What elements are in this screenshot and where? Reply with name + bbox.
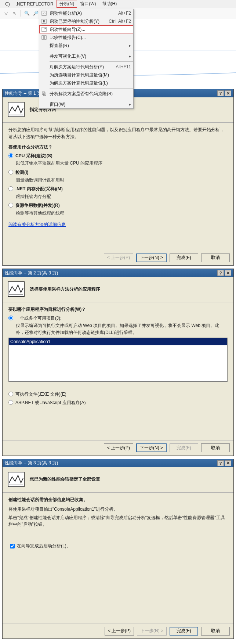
radio-input[interactable]: [8, 203, 13, 208]
radio-input[interactable]: [8, 400, 13, 405]
mi-label: 对解决方案运行代码分析(Y): [50, 64, 112, 70]
wizard-titlebar: 性能向导 -- 第 3 页(共 3 页) ? ✕: [3, 459, 233, 467]
menu-netreflector[interactable]: .NET REFLECTOR: [13, 1, 57, 7]
next-button[interactable]: 下一步(N) >: [136, 253, 167, 262]
close-button[interactable]: ✕: [225, 460, 231, 466]
wizard-body: 创建性能会话所需的全部信息均已收集。 将使用采样对项目输出"ConsoleApp…: [3, 496, 233, 623]
wizard-title: 性能向导 -- 第 2 页(共 3 页): [5, 270, 217, 276]
cancel-button[interactable]: 取消: [201, 627, 230, 636]
prev-button: < 上一步(P): [104, 253, 133, 262]
mi-profiler[interactable]: 探查器(R) ▸: [39, 42, 133, 50]
svg-rect-6: [42, 36, 44, 39]
filter-icon[interactable]: ▽: [2, 10, 10, 17]
mi-metrics-solution[interactable]: 为解决方案计算代码度量值(L): [39, 79, 133, 87]
radio-input[interactable]: [8, 316, 13, 320]
radio-input[interactable]: [8, 186, 13, 191]
mi-label: 启动性能向导(Z)...: [50, 26, 131, 33]
radio-desc: 仅显示编译为可执行文件或可启动 Web 项目的项目。如果选择了并发可视化，将不会…: [16, 322, 228, 336]
checkbox-input[interactable]: [10, 544, 15, 548]
wizard-page-1: 性能向导 -- 第 1 页(共 3 页) ? ✕ 指定分析方法 分析您的应用程序…: [2, 89, 234, 266]
wizard-footer: < 上一步(P) 下一步(N) > 完成(F) 取消: [3, 250, 233, 265]
radio-label: 一个或多个可用项目(J):: [15, 315, 61, 322]
menubar: C) .NET REFLECTOR 分析(N) 窗口(W) 帮助(H) 启动性能…: [0, 0, 236, 8]
toolbar-separator: [21, 10, 21, 17]
mi-code-clones[interactable]: 分析解决方案是否有代码克隆(S): [39, 90, 133, 98]
mi-concurrency[interactable]: 并发可视化工具(V) ▸: [39, 52, 133, 60]
radio-input[interactable]: [8, 170, 13, 175]
wizard-logo-icon: [8, 102, 25, 117]
mi-start-paused[interactable]: 启动已暂停的性能分析(Y) Ctrl+Alt+F2: [39, 17, 133, 25]
radio-input[interactable]: [8, 392, 13, 396]
mi-run-codeanalysis[interactable]: 对解决方案运行代码分析(Y) Alt+F11: [39, 63, 133, 71]
zoom-out-icon[interactable]: 🔎: [32, 10, 39, 17]
list-item-selected[interactable]: ConsoleApplication1: [9, 338, 227, 346]
menu-analyze[interactable]: 分析(N): [57, 0, 77, 8]
radio-net-memory[interactable]: .NET 内存分配(采样)(M): [8, 186, 228, 193]
help-button[interactable]: ?: [217, 90, 224, 96]
next-button[interactable]: 下一步(N) >: [136, 443, 167, 452]
cursor-icon[interactable]: ↖: [11, 10, 18, 17]
mi-label: 为所选项目计算代码度量值(M): [50, 72, 131, 78]
cancel-button[interactable]: 取消: [201, 253, 230, 262]
mi-label: 探查器(R): [50, 43, 126, 49]
menu-separator: [50, 51, 133, 51]
mi-shortcut: Alt+F2: [118, 11, 131, 16]
wizard-titlebar: 性能向导 -- 第 2 页(共 3 页) ? ✕: [3, 269, 233, 277]
radio-instrumentation[interactable]: 检测(I): [8, 169, 228, 176]
mi-metrics-selected[interactable]: 为所选项目计算代码度量值(M): [39, 71, 133, 79]
close-button[interactable]: ✕: [225, 90, 231, 96]
cancel-button[interactable]: 取消: [201, 443, 230, 452]
mi-compare[interactable]: 比较性能报告(C)...: [39, 33, 133, 42]
finish-button[interactable]: 完成(F): [170, 627, 198, 636]
project-listbox[interactable]: ConsoleApplication1: [8, 338, 228, 382]
prev-button[interactable]: < 上一步(P): [105, 627, 134, 636]
wizard-logo-icon: [8, 281, 25, 297]
svg-point-5: [45, 28, 46, 29]
close-button[interactable]: ✕: [225, 270, 231, 276]
perf-icon: [41, 10, 47, 16]
radio-projects[interactable]: 一个或多个可用项目(J):: [8, 315, 228, 322]
link-learn-more[interactable]: 阅读有关分析方法的详细信息: [8, 222, 66, 227]
radio-concurrency[interactable]: 资源争用数据(并发)(R): [8, 202, 228, 209]
chevron-right-icon: ▸: [129, 43, 131, 48]
radio-label: ASP.NET 或 JavaScript 应用程序(A): [15, 399, 86, 406]
menu-help[interactable]: 帮助(H): [99, 0, 120, 8]
radio-input[interactable]: [8, 153, 13, 158]
svg-rect-0: [42, 11, 46, 15]
menu-c[interactable]: C): [2, 1, 13, 7]
svg-rect-7: [44, 36, 46, 39]
finish-button[interactable]: 完成(F): [170, 253, 198, 262]
finish-button: 完成(F): [170, 443, 198, 452]
radio-label: CPU 采样(建议)(S): [15, 152, 52, 159]
mi-label: 比较性能报告(C)...: [50, 35, 131, 41]
radio-desc: 跟踪托管内存分配: [16, 193, 228, 200]
prev-button[interactable]: < 上一步(P): [104, 443, 133, 452]
radio-desc: 检测等待其他线程的线程: [16, 210, 228, 217]
radio-desc: 以低开销水平监视占用大量 CPU 的应用程序: [16, 160, 228, 167]
radio-label: .NET 内存分配(采样)(M): [15, 186, 63, 193]
checkbox-launch-after[interactable]: 在向导完成后启动分析(L)。: [8, 543, 228, 550]
wizard-body: 要以哪个应用程序为目标进行分析(W)？ 一个或多个可用项目(J): 仅显示编译为…: [3, 306, 233, 440]
svg-rect-2: [43, 20, 44, 22]
help-button[interactable]: ?: [217, 460, 224, 466]
radio-aspnet[interactable]: ASP.NET 或 JavaScript 应用程序(A): [8, 399, 228, 406]
wizard-page-2: 性能向导 -- 第 2 页(共 3 页) ? ✕ 选择要使用采样方法分析的应用程…: [2, 269, 234, 456]
chevron-right-icon: ▸: [129, 54, 131, 59]
radio-label: 检测(I): [15, 169, 28, 176]
separator: [3, 302, 233, 302]
mi-window[interactable]: 窗口(W) ▸: [39, 100, 133, 108]
mi-label: 启动已暂停的性能分析(Y): [50, 18, 105, 25]
separator: [3, 122, 233, 123]
radio-label: 资源争用数据(并发)(R): [15, 202, 60, 209]
mi-start-perf[interactable]: 启动性能分析(A) Alt+F2: [39, 9, 133, 17]
radio-exe[interactable]: 可执行文件(.EXE 文件)(E): [8, 391, 228, 398]
help-button[interactable]: ?: [217, 270, 224, 276]
wizard-logo-icon: [8, 472, 25, 487]
menu-separator: [50, 99, 133, 99]
summary-line2: 将使用采样对项目输出"ConsoleApplication1"进行分析。: [8, 506, 228, 513]
zoom-in-icon[interactable]: 🔍: [23, 10, 30, 17]
menu-window[interactable]: 窗口(W): [77, 0, 99, 8]
wizard-icon: [41, 26, 47, 32]
radio-cpu-sampling[interactable]: CPU 采样(建议)(S): [8, 152, 228, 159]
mi-start-wizard[interactable]: 启动性能向导(Z)...: [39, 25, 133, 33]
